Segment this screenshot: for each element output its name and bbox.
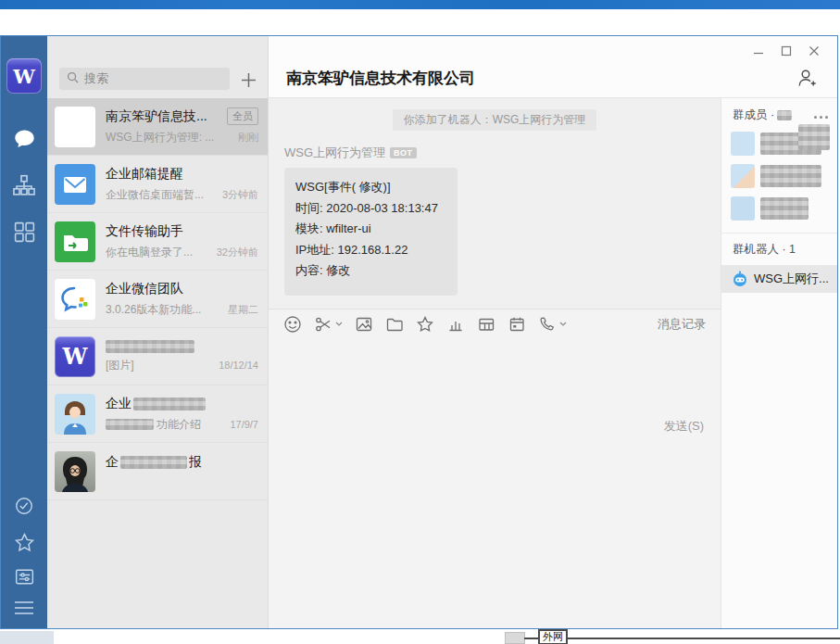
chat-list: 搜索 南京笨驴信息技... 全员 WSG上网行为管理: ... 刚刚 <box>47 36 269 628</box>
messages-tab[interactable] <box>1 128 47 154</box>
chat-item-mail-reminder[interactable]: 企业邮箱提醒 企业微信桌面端暂... 3分钟前 <box>47 156 268 213</box>
call-button[interactable] <box>538 315 567 334</box>
chat-title: 企业邮箱提醒 <box>106 166 183 183</box>
member-row[interactable] <box>731 196 837 221</box>
cartoon-woman-avatar <box>55 394 95 435</box>
chat-preview: 企业微信桌面端暂... <box>106 187 204 203</box>
chat-time: 17/9/7 <box>230 419 258 430</box>
robot-item[interactable]: WSG上网行... <box>721 265 837 293</box>
photo-woman-avatar <box>55 451 95 492</box>
check-circle-icon <box>14 496 34 520</box>
settings-button[interactable] <box>1 566 47 591</box>
add-chat-button[interactable] <box>238 69 258 90</box>
robots-label: 群机器人 · 1 <box>721 234 837 265</box>
file-button[interactable] <box>385 315 404 334</box>
person-add-icon <box>796 68 819 88</box>
emoji-button[interactable] <box>283 315 302 334</box>
maximize-button[interactable] <box>772 42 800 60</box>
chat-room-title: 南京笨驴信息技术有限公司 <box>286 68 475 89</box>
chat-time: 32分钟前 <box>217 246 258 259</box>
star-icon <box>14 532 35 557</box>
message-bubble: WSG[事件( 修改)] 时间: 2020-08-03 18:13:47 模块:… <box>284 168 458 296</box>
chat-title: 南京笨驴信息技... <box>106 108 207 125</box>
member-avatar <box>731 164 755 188</box>
calendar-icon <box>508 315 526 334</box>
external-network-node: 外网 <box>538 629 568 644</box>
workbench-tab[interactable] <box>1 221 47 247</box>
wecom-window: W <box>0 35 838 629</box>
chat-preview: 功能介绍 <box>106 417 201 433</box>
chat-preview: WSG上网行为管理: ... <box>106 130 214 145</box>
member-avatar <box>731 132 755 156</box>
sender-name: WSG上网行为管理 <box>284 145 385 161</box>
star-icon <box>416 315 434 334</box>
chat-time: 刚刚 <box>238 131 258 145</box>
close-button[interactable] <box>800 42 828 60</box>
redacted-member-name <box>760 197 809 220</box>
message-input[interactable] <box>269 338 721 407</box>
background-browser-bar <box>0 0 840 9</box>
hamburger-icon <box>13 599 35 621</box>
chat-preview: 3.0.26版本新功能... <box>106 302 201 318</box>
more-button[interactable] <box>814 112 828 119</box>
doc-button[interactable] <box>477 315 495 334</box>
bar-chart-icon <box>446 315 465 334</box>
folder-icon <box>385 315 404 334</box>
chat-item-file-helper[interactable]: 文件传输助手 你在电脑登录了... 32分钟前 <box>47 213 268 271</box>
message-history-link[interactable]: 消息记录 <box>658 316 706 333</box>
member-panel: 群成员 · 群机器人 · 1 <box>721 98 837 628</box>
background-fragment-box <box>505 632 525 644</box>
member-row[interactable] <box>731 164 837 188</box>
chat-title-prefix: 企 <box>106 454 119 471</box>
contacts-tab[interactable] <box>1 173 47 201</box>
profile-avatar[interactable]: W <box>6 58 42 94</box>
chat-time: 星期二 <box>228 303 258 317</box>
org-chart-icon <box>12 173 36 201</box>
scissors-icon <box>314 315 332 334</box>
robot-name: WSG上网行... <box>754 271 829 287</box>
menu-button[interactable] <box>1 599 47 621</box>
grid-icon <box>13 221 36 247</box>
redacted-preview <box>106 419 154 430</box>
message-toolbar: 消息记录 <box>269 309 721 338</box>
chat-title-prefix: 企业 <box>106 396 132 412</box>
redacted-title <box>106 340 194 353</box>
avatar <box>55 107 95 147</box>
system-message: 你添加了机器人：WSG上网行为管理 <box>393 109 597 131</box>
search-placeholder: 搜索 <box>84 70 108 87</box>
image-button[interactable] <box>355 315 373 334</box>
window-controls <box>745 42 828 60</box>
image-icon <box>355 315 373 334</box>
chat-item-wecom-team[interactable]: 企业微信团队 3.0.26版本新功能... 星期二 <box>47 271 268 328</box>
minimize-button[interactable] <box>745 42 772 60</box>
bot-badge: BOT <box>390 147 417 158</box>
favorite-button[interactable] <box>416 315 434 334</box>
chat-title-suffix: 报 <box>189 454 202 471</box>
search-input[interactable]: 搜索 <box>59 68 230 90</box>
todo-button[interactable] <box>1 496 47 520</box>
poll-button[interactable] <box>446 315 465 334</box>
send-button[interactable]: 发送(S) <box>664 418 704 435</box>
chat-header: 南京笨驴信息技术有限公司 <box>269 36 837 98</box>
redacted-title <box>120 456 187 469</box>
members-label: 群成员 · <box>733 107 774 123</box>
redacted-title <box>133 398 206 410</box>
chevron-down-icon <box>559 322 567 327</box>
search-icon <box>67 71 79 86</box>
chat-item-w-org[interactable]: W [图片] 18/12/14 <box>47 328 268 385</box>
add-member-button[interactable] <box>796 68 819 92</box>
chat-preview: [图片] <box>106 358 134 373</box>
chat-item-intro[interactable]: 企业 功能介绍 17/9/7 <box>47 385 268 443</box>
calendar-button[interactable] <box>508 315 526 334</box>
plus-icon <box>241 72 257 88</box>
chat-item-company-group[interactable]: 南京笨驴信息技... 全员 WSG上网行为管理: ... 刚刚 <box>47 98 268 156</box>
chat-item-daily[interactable]: 企 报 <box>47 443 268 500</box>
member-avatar <box>731 196 755 221</box>
control-panel-icon <box>14 566 35 591</box>
screenshot-button[interactable] <box>314 315 343 334</box>
robot-icon <box>732 271 748 287</box>
chat-main: 你添加了机器人：WSG上网行为管理 WSG上网行为管理 BOT WSG[事件( … <box>269 98 721 628</box>
favorites-button[interactable] <box>1 532 47 557</box>
send-row: 发送(S) <box>269 407 721 628</box>
smiley-icon <box>283 315 302 334</box>
